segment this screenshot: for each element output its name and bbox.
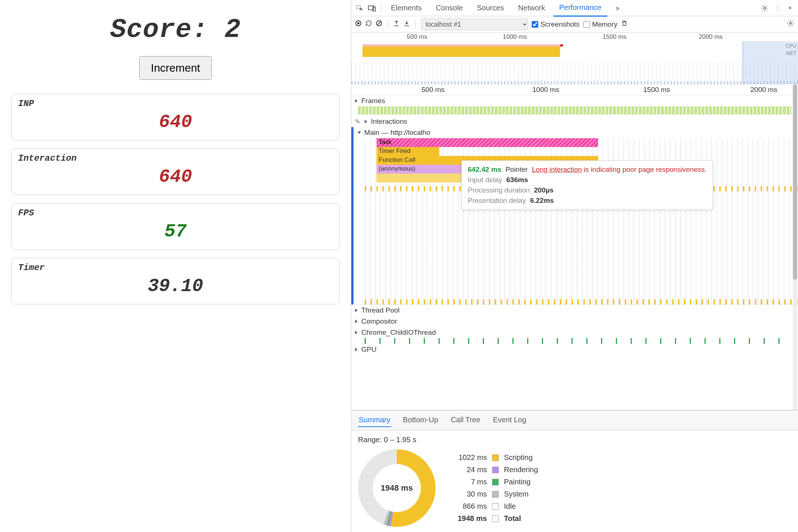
track-main-label: Main — http://localho	[364, 129, 430, 137]
tooltip-row-value: 636ms	[506, 176, 528, 184]
inspect-element-icon[interactable]	[354, 3, 365, 13]
pencil-icon[interactable]: ✎	[355, 118, 360, 126]
tooltip-row-label: Input delay	[468, 176, 502, 184]
legend-name: Scripting	[504, 453, 538, 462]
overview-minimap[interactable]: 500 ms 1000 ms 1500 ms 2000 ms CPU NET	[351, 33, 798, 84]
target-select[interactable]: localhost #1	[421, 18, 528, 30]
increment-button[interactable]: Increment	[139, 56, 211, 80]
track-compositor-header[interactable]: Compositor	[351, 316, 798, 327]
summary-range: Range: 0 – 1.95 s	[358, 436, 791, 444]
ruler-tick: 2000 ms	[699, 33, 723, 41]
legend-swatch-total	[492, 515, 499, 522]
devtools-tabbar: Elements Console Sources Network Perform…	[351, 0, 798, 16]
tooltip-row-value: 200µs	[534, 186, 553, 194]
tooltip-time: 642.42 ms	[468, 166, 501, 173]
track-threadpool-header[interactable]: Thread Pool	[351, 305, 798, 316]
screenshots-label: Screenshots	[540, 20, 580, 28]
tab-elements[interactable]: Elements	[385, 0, 427, 16]
track-frames-header[interactable]: Frames	[351, 95, 798, 106]
flame-ruler: 500 ms 1000 ms 1500 ms 2000 ms	[351, 84, 798, 95]
sumtab-calltree[interactable]: Call Tree	[450, 413, 481, 427]
kebab-icon[interactable]: ⋮	[772, 3, 782, 13]
track-frames-content[interactable]	[358, 106, 791, 115]
overview-ruler: 500 ms 1000 ms 1500 ms 2000 ms	[351, 33, 798, 41]
reload-icon[interactable]	[365, 20, 372, 28]
summary-legend: 1022 msScripting 24 msRendering 7 msPain…	[458, 453, 538, 523]
track-childio-header[interactable]: Chrome_ChildIOThread	[351, 327, 798, 338]
tracks-area: 500 ms 1000 ms 1500 ms 2000 ms Frames ✎ …	[351, 84, 798, 410]
sumtab-summary[interactable]: Summary	[358, 413, 391, 427]
track-frames-label: Frames	[361, 97, 385, 105]
chevron-right-icon	[355, 308, 358, 312]
ruler2-tick: 500 ms	[422, 86, 444, 94]
track-compositor-label: Compositor	[361, 317, 397, 325]
legend-ms: 866 ms	[458, 502, 487, 511]
svg-point-5	[357, 22, 359, 24]
svg-point-3	[764, 7, 766, 9]
close-icon[interactable]: ✕	[785, 3, 795, 13]
chevron-right-icon	[355, 99, 358, 103]
legend-name: Total	[504, 514, 538, 523]
legend-ms: 24 ms	[458, 466, 487, 474]
device-toolbar-icon[interactable]	[367, 3, 377, 13]
svg-line-7	[377, 21, 381, 25]
separator	[415, 20, 416, 29]
flame-chart[interactable]: Task Timer Fired Function Call (anonymou…	[365, 138, 798, 304]
scrollbar-thumb[interactable]	[793, 84, 797, 280]
tab-more[interactable]: »	[610, 0, 625, 16]
chevron-right-icon	[355, 320, 358, 323]
track-gpu-label: GPU	[361, 345, 376, 354]
legend-swatch-rendering	[492, 467, 499, 473]
download-icon[interactable]	[403, 20, 410, 28]
track-interactions-label: Interactions	[371, 117, 407, 126]
flame-timer-fired[interactable]: Timer Fired	[376, 147, 439, 156]
track-threadpool-label: Thread Pool	[361, 306, 400, 314]
perf-toolbar: localhost #1 Screenshots Memory	[351, 16, 798, 33]
card-interaction: Interaction 640	[11, 149, 340, 195]
tab-performance[interactable]: Performance	[553, 0, 608, 17]
gc-icon[interactable]	[621, 20, 628, 29]
gear-icon[interactable]	[760, 3, 770, 13]
gpu-activity-marks	[365, 338, 798, 344]
memory-toggle[interactable]: Memory	[583, 20, 618, 28]
score-label: Score:	[110, 15, 208, 45]
score-value: 2	[225, 15, 241, 45]
tab-console[interactable]: Console	[430, 0, 468, 16]
overview-cpu-spike	[560, 44, 563, 47]
tab-network[interactable]: Network	[512, 0, 551, 16]
sumtab-eventlog[interactable]: Event Log	[492, 413, 527, 427]
track-interactions-header[interactable]: ✎ Interactions	[351, 116, 798, 127]
score-heading: Score: 2	[110, 15, 241, 45]
chevron-right-icon	[355, 348, 358, 351]
flame-row[interactable]	[365, 299, 798, 304]
perf-settings-icon[interactable]	[787, 20, 794, 29]
overview-net-activity	[351, 62, 798, 79]
chevron-right-icon	[355, 331, 358, 334]
svg-point-8	[790, 23, 792, 24]
upload-icon[interactable]	[393, 20, 400, 28]
track-gpu-header[interactable]: GPU	[351, 344, 798, 355]
card-inp-label: INP	[18, 99, 333, 109]
screenshots-toggle[interactable]: Screenshots	[532, 20, 580, 28]
memory-checkbox[interactable]	[583, 21, 590, 28]
tooltip-long-interaction-link[interactable]: Long interaction	[532, 166, 582, 173]
summary-donut: 1948 ms	[358, 449, 436, 527]
track-childio-label: Chrome_ChildIOThread	[361, 328, 436, 337]
overview-body: CPU NET	[351, 41, 798, 84]
tooltip-row: Processing duration 200µs	[468, 185, 707, 195]
track-main-header[interactable]: Main — http://localho	[351, 127, 798, 138]
tracks-scrollbar[interactable]	[793, 84, 797, 410]
clear-icon[interactable]	[376, 20, 382, 28]
ruler2-tick: 1500 ms	[643, 86, 670, 94]
flame-task[interactable]: Task	[376, 138, 598, 147]
card-interaction-value: 640	[18, 166, 333, 187]
card-inp: INP 640	[11, 94, 340, 140]
legend-name: System	[504, 490, 538, 498]
screenshots-checkbox[interactable]	[532, 21, 538, 28]
sumtab-bottomup[interactable]: Bottom-Up	[402, 413, 439, 427]
tab-sources[interactable]: Sources	[471, 0, 510, 16]
card-interaction-label: Interaction	[18, 153, 333, 163]
interaction-tooltip: 642.42 ms Pointer Long interaction is in…	[461, 160, 713, 210]
card-timer-label: Timer	[18, 263, 333, 273]
record-icon[interactable]	[355, 20, 362, 28]
